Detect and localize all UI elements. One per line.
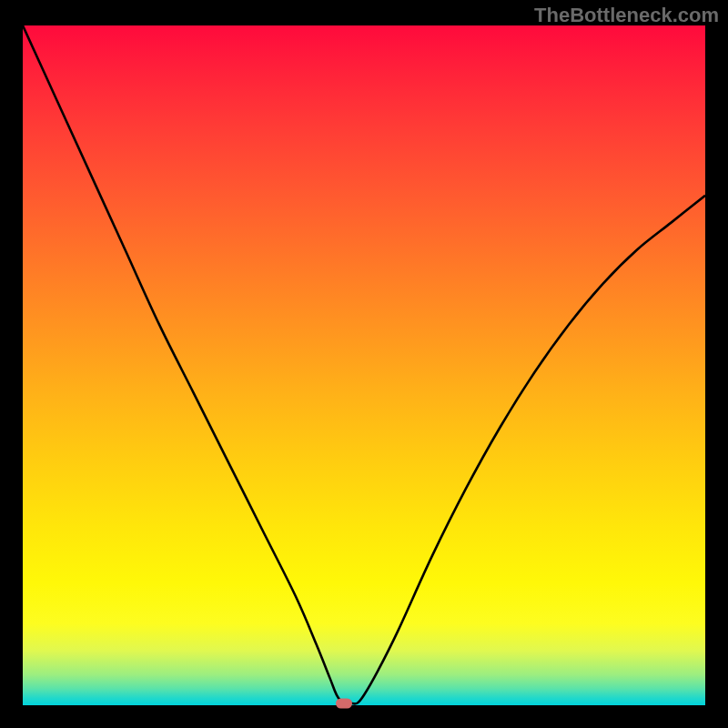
gradient-background <box>23 25 705 705</box>
optimal-marker <box>336 698 352 708</box>
plot-area <box>23 25 705 705</box>
chart-container: TheBottleneck.com <box>0 0 728 728</box>
watermark-text: TheBottleneck.com <box>534 4 719 27</box>
